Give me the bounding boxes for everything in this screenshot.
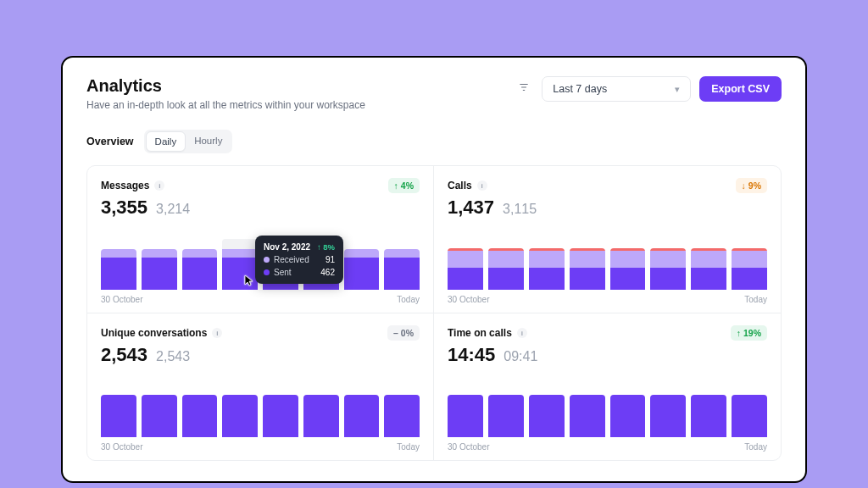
bar[interactable] xyxy=(182,249,218,290)
app-window: Analytics Have an in-depth look at all t… xyxy=(61,56,807,483)
info-icon[interactable]: i xyxy=(517,328,527,338)
bar[interactable] xyxy=(691,248,726,290)
trend-value: 4% xyxy=(401,180,414,191)
bar[interactable] xyxy=(263,395,298,437)
chart-axis: 30 October Today xyxy=(101,442,420,452)
bar[interactable] xyxy=(610,395,646,437)
bar[interactable] xyxy=(529,248,565,290)
trend-badge: ↑ 4% xyxy=(388,178,420,193)
bar[interactable] xyxy=(448,395,483,437)
metric-value: 1,437 xyxy=(448,197,494,219)
bar[interactable] xyxy=(691,395,726,437)
axis-end: Today xyxy=(397,295,420,304)
bar[interactable] xyxy=(732,248,767,290)
dot-icon xyxy=(264,257,270,263)
bar[interactable] xyxy=(570,248,605,290)
info-icon[interactable]: i xyxy=(154,180,164,191)
metric-secondary: 2,543 xyxy=(156,349,190,364)
tab-daily[interactable]: Daily xyxy=(146,131,186,152)
bar[interactable] xyxy=(303,395,339,437)
card-label-text: Unique conversations xyxy=(101,327,207,339)
chart-time-on-calls[interactable] xyxy=(448,390,767,437)
bar[interactable] xyxy=(488,248,524,290)
bar[interactable] xyxy=(610,248,646,290)
tooltip-pct: ↑ 8% xyxy=(317,242,335,252)
chart-axis: 30 October Today xyxy=(448,295,767,304)
axis-start: 30 October xyxy=(101,442,142,452)
card-calls: Calls i ↓ 9% 1,437 3,115 xyxy=(434,166,781,313)
cursor-icon xyxy=(244,274,254,289)
bar[interactable] xyxy=(529,395,565,437)
axis-end: Today xyxy=(397,442,420,452)
info-icon[interactable]: i xyxy=(212,328,222,338)
bar[interactable] xyxy=(650,395,686,437)
metric-secondary: 3,115 xyxy=(503,202,537,217)
card-label: Time on calls i xyxy=(448,327,527,339)
bar[interactable] xyxy=(344,249,380,290)
card-label: Messages i xyxy=(101,180,164,191)
axis-start: 30 October xyxy=(448,442,489,452)
tooltip-sent-label: Sent xyxy=(274,268,292,277)
date-range-value: Last 7 days xyxy=(553,83,607,95)
tooltip-received-label: Received xyxy=(274,255,309,264)
page-header: Analytics Have an in-depth look at all t… xyxy=(86,76,782,111)
metric-value: 14:45 xyxy=(448,344,495,366)
tooltip-received-value: 91 xyxy=(326,255,335,264)
card-label: Unique conversations i xyxy=(101,327,222,339)
bar[interactable] xyxy=(101,395,136,437)
bar[interactable] xyxy=(344,395,380,437)
bar[interactable] xyxy=(384,249,420,290)
chart-conversations[interactable] xyxy=(101,390,420,437)
metric-secondary: 09:41 xyxy=(504,349,537,364)
chart-calls[interactable] xyxy=(448,242,767,290)
dash-icon: – xyxy=(393,328,398,338)
card-label-text: Calls xyxy=(448,180,472,191)
info-icon[interactable]: i xyxy=(477,180,487,191)
card-time-on-calls: Time on calls i ↑ 19% 14:45 09:41 xyxy=(434,313,781,460)
axis-start: 30 October xyxy=(448,295,489,304)
trend-badge: – 0% xyxy=(387,325,420,341)
axis-end: Today xyxy=(744,295,767,304)
trend-badge: ↑ 19% xyxy=(731,325,767,341)
bar[interactable] xyxy=(448,248,483,290)
bar[interactable] xyxy=(142,395,177,437)
bar[interactable] xyxy=(570,395,605,437)
card-label: Calls i xyxy=(448,180,487,191)
trend-badge: ↓ 9% xyxy=(736,178,767,193)
card-label-text: Messages xyxy=(101,180,149,191)
card-messages: Messages i ↑ 4% 3,355 3,214 xyxy=(87,166,434,313)
tab-overview[interactable]: Overview xyxy=(86,132,144,151)
chart-tooltip: Nov 2, 2022 ↑ 8% Received 91 Sent 462 xyxy=(255,236,343,284)
axis-end: Today xyxy=(744,442,767,452)
metric-value: 3,355 xyxy=(101,197,147,219)
header-actions: Last 7 days ▾ Export CSV xyxy=(515,76,782,102)
page-title: Analytics xyxy=(86,76,365,96)
date-range-select[interactable]: Last 7 days ▾ xyxy=(542,76,691,102)
chart-axis: 30 October Today xyxy=(448,442,767,452)
header-titles: Analytics Have an in-depth look at all t… xyxy=(86,76,365,111)
bar[interactable] xyxy=(650,248,686,290)
axis-start: 30 October xyxy=(101,295,142,304)
trend-value: 0% xyxy=(401,328,414,338)
bar[interactable] xyxy=(732,395,767,437)
bar[interactable] xyxy=(142,249,177,290)
tooltip-sent-value: 462 xyxy=(320,268,335,277)
tooltip-date: Nov 2, 2022 xyxy=(264,242,310,252)
page-subtitle: Have an in-depth look at all the metrics… xyxy=(86,99,365,111)
dot-icon xyxy=(264,269,270,275)
tab-granularity-group: Daily Hourly xyxy=(144,130,233,153)
bar[interactable] xyxy=(101,249,136,290)
export-csv-button[interactable]: Export CSV xyxy=(699,76,782,102)
card-conversations: Unique conversations i – 0% 2,543 2,543 xyxy=(87,313,434,460)
bar[interactable] xyxy=(222,395,258,437)
arrow-up-icon: ↑ xyxy=(394,180,398,191)
tabs-row: Overview Daily Hourly xyxy=(86,130,782,153)
filter-icon[interactable] xyxy=(515,78,533,100)
card-label-text: Time on calls xyxy=(448,327,512,339)
arrow-down-icon: ↓ xyxy=(742,180,746,191)
tab-hourly[interactable]: Hourly xyxy=(186,131,231,152)
bar[interactable] xyxy=(384,395,420,437)
bar[interactable] xyxy=(182,395,218,437)
metrics-grid: Messages i ↑ 4% 3,355 3,214 xyxy=(86,165,782,461)
bar[interactable] xyxy=(488,395,524,437)
